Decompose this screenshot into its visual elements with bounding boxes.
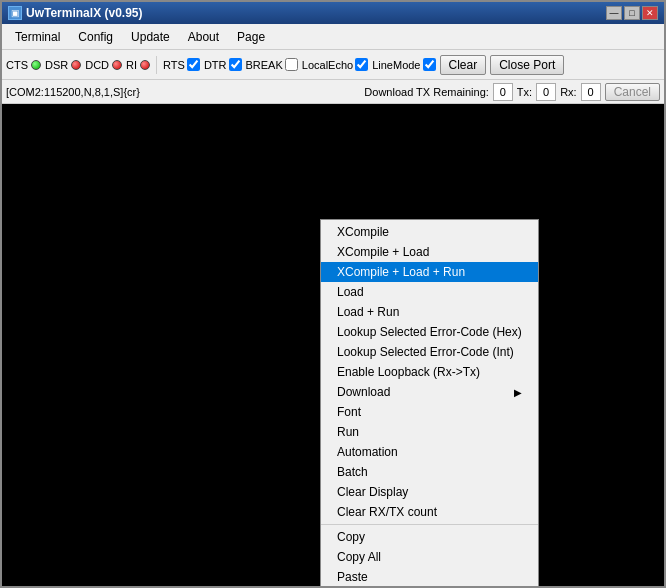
ctx-item-label-load-run: Load + Run [337, 305, 399, 319]
terminal-display[interactable]: XCompileXCompile + LoadXCompile + Load +… [2, 104, 664, 586]
cts-indicator: CTS [6, 59, 41, 71]
dcd-indicator: DCD [85, 59, 122, 71]
ctx-item-label-load: Load [337, 285, 364, 299]
status-bar: [COM2:115200,N,8,1,S]{cr} Download TX Re… [2, 80, 664, 104]
menu-config[interactable]: Config [69, 27, 122, 47]
ctx-item-copy-all[interactable]: Copy All [321, 547, 538, 567]
main-window: ▣ UwTerminalX (v0.95) — □ ✕ Terminal Con… [0, 0, 666, 588]
port-info: [COM2:115200,N,8,1,S]{cr} [6, 86, 360, 98]
tx-value: 0 [536, 83, 556, 101]
dcd-label: DCD [85, 59, 109, 71]
menu-page[interactable]: Page [228, 27, 274, 47]
ctx-item-load[interactable]: Load [321, 282, 538, 302]
ctx-item-paste[interactable]: Paste [321, 567, 538, 586]
ctx-item-enable-loopback[interactable]: Enable Loopback (Rx->Tx) [321, 362, 538, 382]
ctx-item-label-copy: Copy [337, 530, 365, 544]
localecho-checkbox[interactable] [355, 58, 368, 71]
close-button[interactable]: ✕ [642, 6, 658, 20]
rts-label: RTS [163, 59, 185, 71]
context-menu-separator [321, 524, 538, 525]
ctx-item-copy[interactable]: Copy [321, 527, 538, 547]
ctx-item-label-xcompile-load: XCompile + Load [337, 245, 429, 259]
ctx-item-label-paste: Paste [337, 570, 368, 584]
rts-checkbox[interactable] [187, 58, 200, 71]
ctx-item-label-run: Run [337, 425, 359, 439]
rx-value: 0 [581, 83, 601, 101]
ctx-item-lookup-hex[interactable]: Lookup Selected Error-Code (Hex) [321, 322, 538, 342]
localecho-label: LocalEcho [302, 59, 353, 71]
ctx-item-xcompile-load-run[interactable]: XCompile + Load + Run [321, 262, 538, 282]
ctx-item-label-clear-display: Clear Display [337, 485, 408, 499]
localecho-group: LocalEcho [302, 58, 368, 71]
linemode-label: LineMode [372, 59, 420, 71]
cts-led [31, 60, 41, 70]
ctx-item-label-lookup-hex: Lookup Selected Error-Code (Hex) [337, 325, 522, 339]
menu-terminal[interactable]: Terminal [6, 27, 69, 47]
minimize-button[interactable]: — [606, 6, 622, 20]
ctx-item-xcompile-load[interactable]: XCompile + Load [321, 242, 538, 262]
submenu-arrow-icon: ▶ [514, 387, 522, 398]
ctx-item-label-clear-rxtx: Clear RX/TX count [337, 505, 437, 519]
dsr-led [71, 60, 81, 70]
dsr-indicator: DSR [45, 59, 81, 71]
download-tx-value: 0 [493, 83, 513, 101]
rx-label: Rx: [560, 86, 577, 98]
ri-label: RI [126, 59, 137, 71]
cts-label: CTS [6, 59, 28, 71]
ctx-item-xcompile[interactable]: XCompile [321, 222, 538, 242]
ctx-item-label-automation: Automation [337, 445, 398, 459]
download-tx-label: Download TX Remaining: [364, 86, 489, 98]
ctx-item-label-xcompile-load-run: XCompile + Load + Run [337, 265, 465, 279]
title-bar: ▣ UwTerminalX (v0.95) — □ ✕ [2, 2, 664, 24]
separator-1 [156, 56, 157, 74]
dtr-label: DTR [204, 59, 227, 71]
dtr-checkbox[interactable] [229, 58, 242, 71]
ctx-item-download[interactable]: Download▶ [321, 382, 538, 402]
ctx-item-batch[interactable]: Batch [321, 462, 538, 482]
dtr-group: DTR [204, 58, 242, 71]
dsr-label: DSR [45, 59, 68, 71]
ctx-item-font[interactable]: Font [321, 402, 538, 422]
tx-label: Tx: [517, 86, 532, 98]
app-icon: ▣ [8, 6, 22, 20]
dcd-led [112, 60, 122, 70]
menu-bar: Terminal Config Update About Page [2, 24, 664, 50]
menu-about[interactable]: About [179, 27, 228, 47]
ctx-item-run[interactable]: Run [321, 422, 538, 442]
ctx-item-label-download: Download [337, 385, 390, 399]
ri-indicator: RI [126, 59, 150, 71]
ctx-item-automation[interactable]: Automation [321, 442, 538, 462]
close-port-button[interactable]: Close Port [490, 55, 564, 75]
window-title: UwTerminalX (v0.95) [26, 6, 142, 20]
linemode-checkbox[interactable] [423, 58, 436, 71]
ctx-item-load-run[interactable]: Load + Run [321, 302, 538, 322]
ctx-item-lookup-int[interactable]: Lookup Selected Error-Code (Int) [321, 342, 538, 362]
break-group: BREAK [246, 58, 298, 71]
ctx-item-clear-display[interactable]: Clear Display [321, 482, 538, 502]
clear-button[interactable]: Clear [440, 55, 487, 75]
maximize-button[interactable]: □ [624, 6, 640, 20]
window-controls: — □ ✕ [606, 6, 658, 20]
ctx-item-label-batch: Batch [337, 465, 368, 479]
ctx-item-label-copy-all: Copy All [337, 550, 381, 564]
ctx-item-label-font: Font [337, 405, 361, 419]
ctx-item-label-xcompile: XCompile [337, 225, 389, 239]
ri-led [140, 60, 150, 70]
cancel-button[interactable]: Cancel [605, 83, 660, 101]
toolbar: CTS DSR DCD RI RTS DTR BREAK Local [2, 50, 664, 80]
break-label: BREAK [246, 59, 283, 71]
ctx-item-clear-rxtx[interactable]: Clear RX/TX count [321, 502, 538, 522]
rts-group: RTS [163, 58, 200, 71]
ctx-item-label-lookup-int: Lookup Selected Error-Code (Int) [337, 345, 514, 359]
menu-update[interactable]: Update [122, 27, 179, 47]
break-checkbox[interactable] [285, 58, 298, 71]
linemode-group: LineMode [372, 58, 435, 71]
context-menu: XCompileXCompile + LoadXCompile + Load +… [320, 219, 539, 586]
ctx-item-label-enable-loopback: Enable Loopback (Rx->Tx) [337, 365, 480, 379]
